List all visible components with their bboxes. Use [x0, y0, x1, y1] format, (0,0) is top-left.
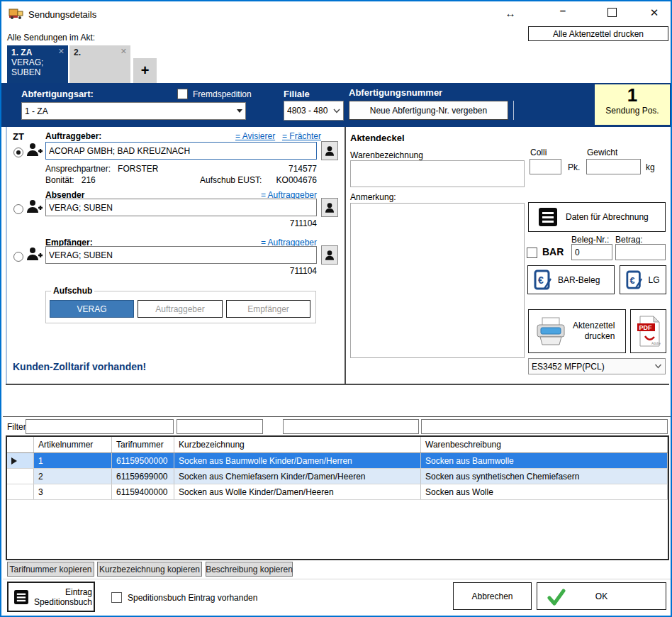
- fremdspedition-checkbox[interactable]: [177, 89, 188, 99]
- tab1-line2: VERAG;: [11, 57, 64, 67]
- add-person-icon[interactable]: [26, 141, 43, 160]
- abbrechen-button[interactable]: Abbrechen: [453, 582, 532, 610]
- aufschub-empfaenger-button[interactable]: Empfänger: [226, 300, 310, 318]
- aktenzettel-drucken-button[interactable]: Aktenzettel drucken: [528, 309, 626, 353]
- anmerkung-textarea[interactable]: [350, 203, 525, 358]
- abfertigungsart-select[interactable]: 1 - ZA: [21, 102, 246, 120]
- gewicht-label: Gewicht: [587, 148, 617, 157]
- absender-radio[interactable]: [13, 204, 23, 214]
- close-button[interactable]: ✕: [649, 6, 660, 19]
- bar-checkbox[interactable]: [527, 248, 537, 258]
- aufschub-auftraggeber-button[interactable]: Auftraggeber: [138, 300, 223, 318]
- cell-tarifnummer: 61159400000: [112, 484, 174, 499]
- pdf-button[interactable]: PDF Adobe: [630, 309, 666, 353]
- chevron-down-icon: [333, 109, 340, 113]
- table-row[interactable]: 3 61159400000 Socken aus Wolle Kinder/Da…: [7, 484, 668, 500]
- cell-kurzbezeichnung: Socken aus Baumwolle Kinder/Damen/Herren: [174, 453, 421, 468]
- add-shipment-tab-button[interactable]: +: [133, 58, 157, 83]
- eintrag-speditionsbuch-button[interactable]: Eintrag Speditionsbuch: [7, 582, 95, 612]
- tab1-line3: SUBEN: [11, 67, 64, 77]
- auftraggeber-radio[interactable]: [13, 148, 23, 157]
- row-marker-cell: [7, 484, 34, 499]
- aktenzettel-label-line2: drucken: [585, 331, 615, 341]
- ok-button[interactable]: OK: [537, 582, 666, 610]
- panel-bottom-line: [6, 384, 669, 385]
- svg-text:€: €: [630, 274, 635, 285]
- ok-label: OK: [595, 591, 607, 601]
- table-row[interactable]: 2 61159699000 Socken aus Chemiefasern Ki…: [7, 469, 668, 484]
- beleg-nr-input[interactable]: [571, 244, 612, 260]
- printer-select-value: ES3452 MFP(PCL): [532, 362, 654, 372]
- tab2-title: 2.: [74, 48, 126, 57]
- ansprechpartner-row: Ansprechpartner: FORSTER: [45, 164, 158, 174]
- cell-artikelnummer: 3: [34, 484, 112, 499]
- auftraggeber-input[interactable]: [45, 142, 317, 160]
- tab-shipment-2[interactable]: 2. ✕: [69, 45, 130, 83]
- bar-beleg-button[interactable]: € BAR-Beleg: [527, 265, 615, 294]
- col-artikelnummer[interactable]: Artikelnummer: [34, 437, 112, 452]
- aufschub-verag-button[interactable]: VERAG: [50, 300, 134, 318]
- abfertigungsart-value: 1 - ZA: [25, 106, 237, 116]
- add-person-icon[interactable]: [26, 245, 43, 265]
- auftraggeber-kundennummer: 714577: [246, 164, 317, 174]
- list-icon: [14, 589, 28, 606]
- lg-button[interactable]: € LG: [620, 265, 666, 294]
- table-row[interactable]: 1 61159500000 Socken aus Baumwolle Kinde…: [7, 453, 668, 469]
- add-person-icon[interactable]: [26, 198, 43, 217]
- absender-input[interactable]: [45, 199, 317, 216]
- warenbezeichnung-textarea[interactable]: [350, 160, 525, 187]
- euro-document-icon: €: [534, 269, 552, 291]
- resize-icon[interactable]: ↔: [505, 7, 516, 19]
- cell-artikelnummer: 2: [34, 469, 112, 484]
- speditionsbuch-checkbox[interactable]: [111, 592, 122, 603]
- auftraggeber-label: Auftraggeber:: [45, 131, 101, 141]
- kurzbezeichnung-kopieren-button[interactable]: Kurzbezeichnung kopieren: [97, 562, 202, 577]
- neue-abfertigungsnummer-button[interactable]: Neue Abfertigung-Nr. vergeben: [349, 101, 508, 120]
- tarifnummer-kopieren-button[interactable]: Tarifnummer kopieren: [7, 562, 94, 577]
- bonitaet-label: Bonität:: [45, 175, 74, 185]
- footer-top-line: [3, 579, 672, 579]
- empfaenger-input[interactable]: [45, 246, 317, 264]
- filter-warenbeschreibung-input[interactable]: [421, 419, 668, 434]
- aktenzettel-label-line1: Aktenzettel: [573, 321, 615, 330]
- tab1-title: 1. ZA: [11, 48, 64, 57]
- tab-shipment-1[interactable]: 1. ZA VERAG; SUBEN ✕: [7, 45, 68, 83]
- filter-kurzbezeichnung-input[interactable]: [283, 419, 419, 434]
- left-panel-edge: [6, 127, 7, 384]
- beschreibung-kopieren-button[interactable]: Beschreibung kopieren: [206, 562, 293, 577]
- tab2-close-icon[interactable]: ✕: [121, 47, 127, 56]
- colli-input[interactable]: [530, 159, 561, 174]
- absender-kundennummer: 711104: [246, 218, 317, 228]
- col-kurzbezeichnung[interactable]: Kurzbezeichnung: [174, 437, 421, 452]
- betrag-input[interactable]: [615, 244, 666, 260]
- speditionsbuch-checkbox-label: Speditionsbuch Eintrag vorhanden: [128, 593, 257, 603]
- fraechter-link[interactable]: = Frächter: [282, 131, 321, 141]
- absender-address-button[interactable]: [321, 198, 338, 217]
- gewicht-input[interactable]: [586, 159, 641, 174]
- dropdown-arrow-icon[interactable]: [237, 109, 242, 113]
- filiale-select[interactable]: 4803 - 480: [284, 101, 344, 121]
- filiale-value: 4803 - 480: [287, 106, 333, 116]
- printer-select[interactable]: ES3452 MFP(PCL): [528, 358, 666, 374]
- empfaenger-radio[interactable]: [13, 252, 23, 262]
- filter-top-line: [3, 416, 672, 417]
- person-icon: [324, 145, 335, 157]
- speditionsbuch-label-line2: Speditionsbuch: [34, 597, 92, 607]
- maximize-button[interactable]: [607, 8, 617, 17]
- sendung-pos-count: 1: [595, 84, 670, 106]
- auftraggeber-address-button[interactable]: [321, 141, 338, 160]
- row-marker-cell: [7, 469, 34, 484]
- sendung-pos-panel: 1 Sendung Pos.: [595, 84, 670, 125]
- tab1-close-icon[interactable]: ✕: [58, 47, 65, 56]
- euro-document-icon: €: [626, 270, 643, 290]
- col-tarifnummer[interactable]: Tarifnummer: [112, 437, 174, 452]
- articles-table: Artikelnummer Tarifnummer Kurzbezeichnun…: [6, 435, 669, 560]
- col-warenbeschreibung[interactable]: Warenbeschreibung: [421, 437, 668, 452]
- filter-artikelnummer-input[interactable]: [26, 419, 174, 434]
- daten-fuer-abrechnung-button[interactable]: Daten für Abrechnung: [528, 202, 666, 232]
- minimize-button[interactable]: –: [557, 4, 569, 16]
- filter-tarifnummer-input[interactable]: [177, 419, 263, 434]
- avisierer-link[interactable]: = Avisierer: [235, 131, 275, 141]
- empfaenger-address-button[interactable]: [321, 245, 338, 265]
- print-all-aktenzettel-button[interactable]: Alle Aktenzettel drucken: [528, 26, 668, 41]
